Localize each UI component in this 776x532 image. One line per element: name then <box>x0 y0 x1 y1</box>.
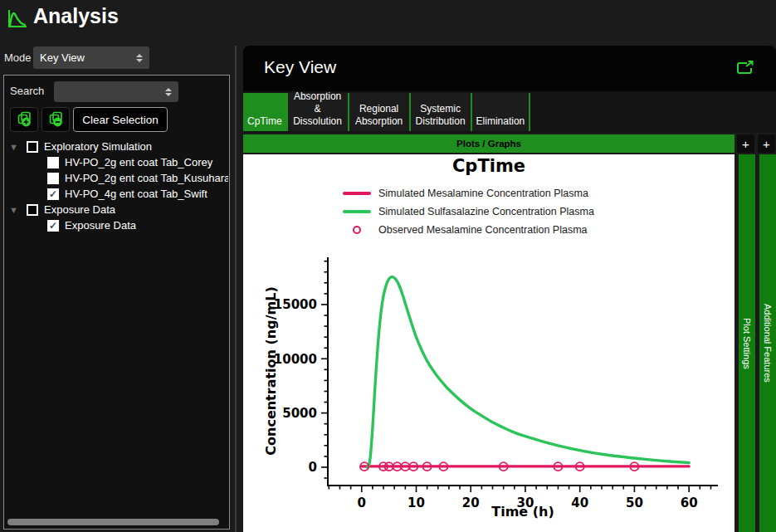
tab-systemic-distribution[interactable]: Systemic Distribution <box>411 93 472 131</box>
add-additional-features-button[interactable]: + <box>758 134 775 153</box>
key-view-header: Key View <box>243 46 776 91</box>
ticks <box>321 261 710 492</box>
legend-line-icon <box>343 210 371 213</box>
item-checkbox[interactable] <box>47 173 59 184</box>
plot-settings-label: Plot Settings <box>742 318 752 369</box>
legend-entry: Observed Mesalamine Concentration Plasma <box>343 221 594 239</box>
tab-regional-absorption[interactable]: Regional Absorption <box>349 93 411 131</box>
chart-legend: Simulated Mesalamine Concentration Plasm… <box>343 184 594 239</box>
item-label: HV-PO_4g ent coat Tab_Swift <box>65 188 207 200</box>
legend-label: Observed Mesalamine Concentration Plasma <box>378 224 588 236</box>
remove-selection-button[interactable] <box>41 107 70 132</box>
svg-text:0: 0 <box>309 460 317 475</box>
add-plot-settings-button[interactable]: + <box>737 134 754 153</box>
key-view-title: Key View <box>264 57 336 77</box>
tab-elimination[interactable]: Elimination <box>472 93 531 131</box>
plots-graphs-bar: Plots / Graphs <box>243 134 735 153</box>
mode-select-value: Key View <box>40 51 133 64</box>
simulation-tree: ▼Exploratory SimulationHV-PO_2g ent coat… <box>4 139 228 233</box>
horizontal-scrollbar[interactable] <box>7 519 219 525</box>
stack-plus-icon <box>15 110 33 129</box>
page-title: Analysis <box>33 4 119 28</box>
tree-item: HV-PO_2g ent coat Tab_Kusuhara <box>4 170 228 186</box>
svg-text:5000: 5000 <box>282 406 317 421</box>
item-checkbox[interactable] <box>47 157 59 168</box>
chart-title: CpTime <box>243 156 735 176</box>
expand-triangle-icon[interactable]: ▼ <box>9 141 21 153</box>
additional-features-panel[interactable]: Additional Features <box>759 154 776 532</box>
tree-item: ✓Exposure Data <box>4 217 228 233</box>
clear-selection-button[interactable]: Clear Selection <box>73 107 168 132</box>
panel-splitter[interactable] <box>235 46 237 532</box>
legend-label: Simulated Mesalamine Concentration Plasm… <box>378 188 588 199</box>
tree-item: ✓HV-PO_4g ent coat Tab_Swift <box>4 186 228 202</box>
tab-cptime[interactable]: CpTime <box>243 93 288 131</box>
legend-entry: Simulated Sulfasalazine Concentration Pl… <box>343 203 594 221</box>
svg-text:15000: 15000 <box>274 297 317 312</box>
stack-minus-icon <box>46 110 65 129</box>
tree-group: ▼Exploratory Simulation <box>4 139 228 154</box>
item-checkbox[interactable]: ✓ <box>47 220 59 232</box>
x-axis-label: Time (h) <box>328 504 718 520</box>
cptime-chart: 0102030405060050001000015000 CpTime Simu… <box>243 154 735 532</box>
additional-features-label: Additional Features <box>763 304 773 383</box>
group-checkbox[interactable] <box>27 141 38 153</box>
dropdown-arrows-icon <box>165 88 172 96</box>
legend-line-icon <box>343 192 371 195</box>
group-label: Exploratory Simulation <box>44 140 152 153</box>
item-label: HV-PO_2g ent coat Tab_Corey <box>65 156 212 168</box>
view-tabs: CpTimeAbsorption & DissolutionRegional A… <box>243 91 776 133</box>
app-container: Analysis Mode Key View Search <box>0 0 776 532</box>
search-select[interactable] <box>54 81 178 102</box>
legend-label: Simulated Sulfasalazine Concentration Pl… <box>378 206 594 217</box>
open-external-icon[interactable] <box>736 60 754 76</box>
mode-select[interactable]: Key View <box>33 46 149 69</box>
y-axis-label: Concentration (ng/mL) <box>263 286 279 455</box>
svg-text:10000: 10000 <box>274 352 317 367</box>
tab-absorption-dissolution[interactable]: Absorption & Dissolution <box>288 93 349 131</box>
item-label: HV-PO_2g ent coat Tab_Kusuhara <box>65 172 228 184</box>
axes <box>328 257 718 486</box>
series-line <box>367 277 689 467</box>
item-checkbox[interactable]: ✓ <box>47 188 59 200</box>
dropdown-arrows-icon <box>136 54 143 62</box>
item-label: Exposure Data <box>65 219 136 232</box>
analysis-curve-icon <box>7 7 28 29</box>
search-label: Search <box>10 85 44 97</box>
legend-entry: Simulated Mesalamine Concentration Plasm… <box>343 184 594 203</box>
app-header: Analysis <box>0 0 776 37</box>
plot-settings-panel[interactable]: Plot Settings <box>739 154 755 532</box>
legend-marker-icon <box>343 226 371 234</box>
mode-label: Mode <box>4 51 32 64</box>
group-checkbox[interactable] <box>27 204 38 216</box>
tree-item: HV-PO_2g ent coat Tab_Corey <box>4 154 228 170</box>
expand-triangle-icon[interactable]: ▼ <box>9 204 21 216</box>
tick-labels: 0102030405060050001000015000 <box>274 297 698 510</box>
group-label: Exposure Data <box>44 203 115 216</box>
selection-panel: Search Clear Selection ▼Exploratory Simu… <box>3 75 230 530</box>
tree-group: ▼Exposure Data <box>4 202 228 217</box>
add-selection-button[interactable] <box>10 107 38 132</box>
